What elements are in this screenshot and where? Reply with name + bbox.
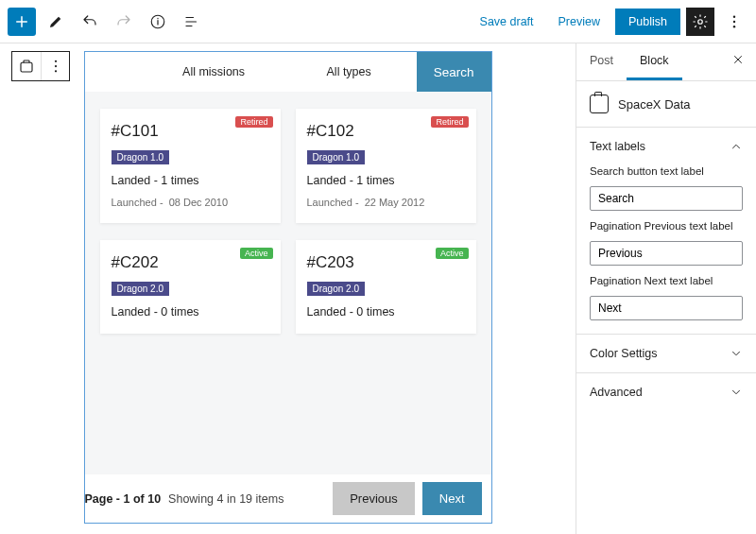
panel-advanced-toggle[interactable]: Advanced (576, 373, 756, 411)
next-button[interactable]: Next (422, 482, 482, 515)
tab-block[interactable]: Block (627, 43, 682, 80)
spacex-data-icon (590, 95, 609, 113)
page-info: Page - 1 of 10 (85, 492, 162, 506)
settings-button[interactable] (686, 8, 714, 36)
capsule-launched: Launched - 08 Dec 2010 (112, 197, 269, 208)
publish-button[interactable]: Publish (615, 9, 680, 35)
input-search-text[interactable] (590, 186, 743, 211)
capsule-type-badge: Dragon 2.0 (307, 282, 365, 296)
more-menu-button[interactable] (720, 8, 748, 36)
outline-icon[interactable] (178, 8, 206, 36)
capsule-landed: Landed - 0 times (112, 305, 269, 319)
chevron-up-icon (730, 140, 743, 153)
edit-icon[interactable] (42, 8, 70, 36)
tab-post[interactable]: Post (576, 43, 627, 80)
capsule-type-badge: Dragon 1.0 (112, 150, 169, 164)
capsule-type-badge: Dragon 2.0 (112, 282, 169, 296)
capsule-landed: Landed - 1 times (307, 174, 465, 187)
capsule-type-badge: Dragon 1.0 (307, 150, 365, 164)
capsule-card: Active#C203Dragon 2.0Landed - 0 times (296, 240, 476, 334)
editor-topbar: Save draft Preview Publish (0, 0, 756, 43)
cards-grid: Retired#C101Dragon 1.0Landed - 1 timesLa… (85, 92, 491, 474)
spacex-data-block[interactable]: All missions All types Search Retired#C1… (84, 51, 492, 524)
svg-point-4 (733, 26, 735, 27)
undo-button[interactable] (76, 8, 104, 36)
status-badge: Retired (431, 116, 468, 128)
status-badge: Active (240, 248, 273, 259)
capsule-card: Retired#C102Dragon 1.0Landed - 1 timesLa… (296, 109, 476, 223)
block-more-button[interactable] (41, 52, 69, 80)
filter-missions[interactable]: All missions (146, 52, 282, 92)
pagination: Page - 1 of 10 Showing 4 in 19 items Pre… (85, 474, 491, 523)
input-prev-text[interactable] (590, 241, 743, 266)
chevron-down-icon (730, 347, 743, 360)
redo-button[interactable] (110, 8, 138, 36)
label-search-text: Search button text label (590, 165, 743, 177)
panel-color-settings-toggle[interactable]: Color Settigs (576, 335, 756, 372)
search-button[interactable]: Search (417, 52, 491, 92)
preview-button[interactable]: Preview (549, 9, 610, 34)
editor-canvas: All missions All types Search Retired#C1… (0, 43, 576, 534)
panel-text-labels-toggle[interactable]: Text labels (576, 128, 756, 165)
info-icon[interactable] (144, 8, 172, 36)
sidebar-tabs: Post Block (576, 43, 756, 81)
svg-point-3 (733, 20, 735, 22)
status-badge: Retired (235, 116, 272, 128)
capsule-card: Retired#C101Dragon 1.0Landed - 1 timesLa… (100, 109, 281, 223)
block-card: SpaceX Data (576, 81, 756, 127)
svg-point-2 (733, 15, 735, 17)
add-block-button[interactable] (8, 8, 36, 36)
capsule-landed: Landed - 0 times (307, 305, 465, 319)
panel-text-labels: Text labels Search button text label Pag… (576, 127, 756, 334)
page-subinfo: Showing 4 in 19 items (168, 492, 284, 506)
panel-advanced: Advanced (576, 372, 756, 411)
input-next-text[interactable] (590, 296, 743, 320)
capsule-launched: Launched - 22 May 2012 (307, 197, 465, 208)
chevron-down-icon (730, 386, 743, 399)
capsule-card: Active#C202Dragon 2.0Landed - 0 times (100, 240, 281, 334)
capsule-landed: Landed - 1 times (112, 174, 269, 187)
label-next-text: Pagination Next text label (590, 275, 743, 286)
save-draft-button[interactable]: Save draft (471, 9, 543, 34)
close-sidebar-button[interactable] (720, 43, 756, 80)
settings-sidebar: Post Block SpaceX Data Text labels Searc… (576, 43, 756, 534)
svg-point-6 (54, 60, 56, 62)
svg-rect-5 (21, 62, 32, 72)
filter-types[interactable]: All types (282, 52, 417, 92)
filter-bar: All missions All types Search (85, 52, 491, 92)
prev-button[interactable]: Previous (333, 482, 415, 515)
label-prev-text: Pagination Previous text label (590, 220, 743, 232)
block-type-icon[interactable] (12, 52, 41, 80)
status-badge: Active (436, 248, 469, 259)
svg-point-7 (54, 65, 56, 67)
svg-point-1 (698, 19, 703, 24)
block-name: SpaceX Data (618, 97, 691, 112)
block-toolbar (11, 51, 70, 81)
svg-point-8 (54, 70, 56, 72)
panel-color-settings: Color Settigs (576, 334, 756, 372)
